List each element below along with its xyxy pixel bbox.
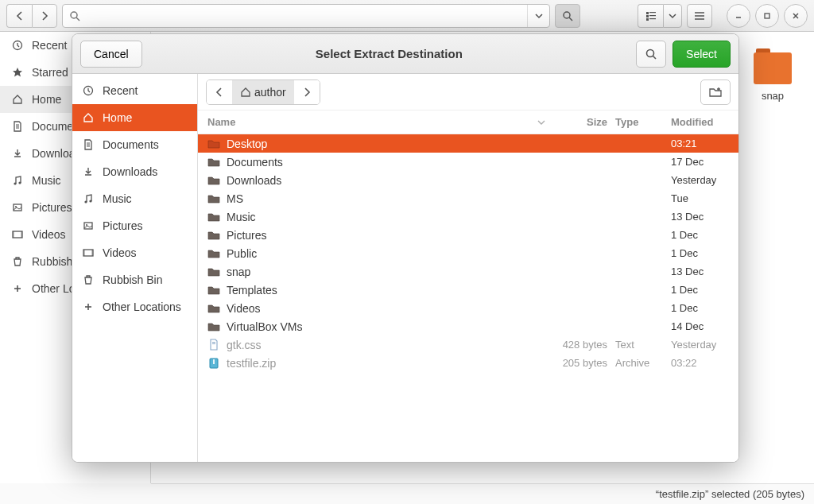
- file-size: 428 bytes: [552, 339, 615, 351]
- path-search-bar[interactable]: [62, 4, 550, 28]
- search-input[interactable]: [87, 5, 527, 27]
- file-name: Desktop: [227, 138, 537, 150]
- svg-line-1: [76, 17, 79, 21]
- music-icon: [82, 192, 95, 205]
- row-ms[interactable]: MSTue: [198, 189, 738, 207]
- svg-point-36: [84, 200, 87, 203]
- svg-point-30: [647, 49, 654, 56]
- svg-rect-4: [646, 12, 649, 14]
- row-downloads[interactable]: DownloadsYesterday: [198, 171, 738, 189]
- folder-icon: [206, 229, 222, 242]
- side-music[interactable]: Music: [72, 185, 197, 212]
- col-modified[interactable]: Modified: [671, 116, 731, 128]
- side-documents[interactable]: Documents: [72, 131, 197, 158]
- row-templates[interactable]: Templates1 Dec: [198, 281, 738, 299]
- minimize-button[interactable]: [727, 4, 750, 28]
- folder-icon: [206, 138, 222, 150]
- file-modified: 1 Dec: [671, 284, 731, 296]
- side-downloads[interactable]: Downloads: [72, 158, 197, 185]
- row-snap[interactable]: snap13 Dec: [198, 262, 738, 281]
- row-videos[interactable]: Videos1 Dec: [198, 299, 738, 317]
- file-list[interactable]: Desktop03:21Documents17 DecDownloadsYest…: [198, 134, 738, 462]
- row-music[interactable]: Music13 Dec: [198, 207, 738, 226]
- cancel-button[interactable]: Cancel: [80, 41, 142, 68]
- star-icon: [11, 66, 24, 79]
- side-home[interactable]: Home: [72, 104, 197, 131]
- clock-icon: [11, 39, 24, 52]
- side-rubbish-bin[interactable]: Rubbish Bin: [72, 266, 197, 293]
- file-name: MS: [227, 192, 537, 205]
- search-dropdown[interactable]: [527, 5, 549, 27]
- status-bar: “testfile.zip” selected (205 bytes): [151, 483, 814, 504]
- row-pictures[interactable]: Pictures1 Dec: [198, 226, 738, 244]
- download-icon: [11, 147, 24, 160]
- label: Pictures: [103, 219, 143, 232]
- nav-group: [6, 4, 57, 28]
- back-button[interactable]: [6, 4, 32, 28]
- col-type[interactable]: Type: [615, 116, 671, 128]
- side-pictures[interactable]: Pictures: [72, 212, 197, 239]
- svg-rect-47: [212, 342, 215, 343]
- file-icon: [206, 339, 222, 351]
- new-folder-button[interactable]: [700, 79, 731, 105]
- file-modified: 1 Dec: [671, 229, 731, 241]
- search-toggle-button[interactable]: [555, 4, 580, 28]
- trash-icon: [82, 273, 95, 286]
- breadcrumb-home[interactable]: author: [232, 80, 294, 104]
- bg-toolbar: [0, 0, 814, 32]
- plus-icon: [11, 282, 24, 295]
- file-modified: 03:21: [671, 138, 731, 149]
- breadcrumb-back[interactable]: [207, 80, 232, 104]
- svg-rect-41: [83, 250, 85, 256]
- path-bar: author: [198, 74, 738, 110]
- columns-header[interactable]: Name Size Type Modified: [198, 110, 738, 134]
- clock-icon: [82, 84, 95, 97]
- label: Home: [32, 93, 61, 106]
- col-size[interactable]: Size: [552, 116, 615, 128]
- select-button[interactable]: Select: [673, 41, 731, 68]
- label: Recent: [103, 84, 138, 97]
- row-documents[interactable]: Documents17 Dec: [198, 153, 738, 171]
- folder-icon: [206, 174, 222, 187]
- file-modified: Tue: [671, 192, 731, 204]
- file-name: VirtualBox VMs: [227, 320, 537, 333]
- forward-button[interactable]: [32, 4, 57, 28]
- side-other-locations[interactable]: Other Locations: [72, 293, 197, 320]
- music-icon: [11, 174, 24, 187]
- side-recent[interactable]: Recent: [72, 77, 197, 104]
- snap-label: snap: [762, 90, 784, 102]
- row-public[interactable]: Public1 Dec: [198, 244, 738, 262]
- file-name: Pictures: [227, 229, 537, 242]
- dialog-search-button[interactable]: [636, 41, 666, 68]
- svg-rect-7: [649, 15, 656, 16]
- svg-rect-26: [13, 231, 14, 238]
- label: Pictures: [32, 201, 72, 214]
- file-modified: 03:22: [671, 357, 731, 369]
- file-type: Archive: [615, 357, 671, 369]
- breadcrumb-forward[interactable]: [294, 80, 320, 104]
- dialog-title: Select Extract Destination: [149, 47, 630, 60]
- svg-line-31: [653, 56, 657, 59]
- col-name[interactable]: Name: [206, 116, 537, 128]
- file-name: Templates: [227, 284, 537, 297]
- row-desktop[interactable]: Desktop03:21: [198, 134, 738, 153]
- dialog-main: author Name Size Type Modified Desktop03…: [198, 74, 738, 462]
- hamburger-button[interactable]: [687, 4, 712, 28]
- folder-icon: [754, 52, 792, 84]
- row-testfile-zip[interactable]: testfile.zip205 bytesArchive03:22: [198, 354, 738, 372]
- folder-icon: [206, 320, 222, 333]
- view-dropdown[interactable]: [663, 4, 682, 28]
- file-name: Downloads: [227, 174, 537, 187]
- maximize-button[interactable]: [755, 4, 779, 28]
- svg-rect-9: [649, 18, 656, 19]
- bg-snap-folder[interactable]: snap: [744, 52, 801, 102]
- picture-icon: [11, 201, 24, 214]
- row-gtk-css[interactable]: gtk.css428 bytesTextYesterday: [198, 335, 738, 354]
- label: Music: [103, 192, 132, 205]
- file-name: testfile.zip: [227, 357, 537, 370]
- side-videos[interactable]: Videos: [72, 239, 197, 266]
- row-virtualbox-vms[interactable]: VirtualBox VMs14 Dec: [198, 317, 738, 335]
- label: Recent: [32, 39, 67, 52]
- view-list-button[interactable]: [638, 4, 663, 28]
- close-button[interactable]: [784, 4, 808, 28]
